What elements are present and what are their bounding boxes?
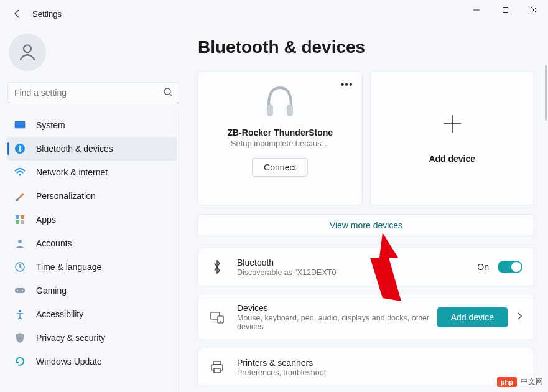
sidebar-item-label: Privacy & security	[36, 333, 105, 343]
sidebar-item-system[interactable]: System	[7, 113, 177, 137]
devices-title: Devices	[237, 303, 437, 313]
shield-icon	[14, 332, 26, 344]
add-device-card[interactable]: Add device	[370, 71, 535, 205]
sidebar-item-personalization[interactable]: Personalization	[7, 184, 177, 208]
accessibility-icon	[14, 308, 26, 320]
sidebar-item-label: Accounts	[36, 238, 72, 248]
sidebar-item-gaming[interactable]: Gaming	[7, 279, 177, 302]
svg-rect-16	[15, 288, 25, 293]
svg-point-8	[19, 174, 21, 175]
svg-rect-10	[16, 215, 19, 219]
watermark: php 中文网	[497, 376, 543, 387]
svg-point-14	[18, 240, 22, 243]
bluetooth-subtitle: Discoverable as "X12DEXT0"	[237, 268, 477, 277]
svg-point-26	[220, 321, 221, 322]
device-subtitle: Setup incomplete becaus…	[231, 139, 330, 148]
close-button[interactable]	[519, 0, 548, 20]
sidebar-item-label: Windows Update	[36, 357, 102, 366]
sidebar-item-privacy-security[interactable]: Privacy & security	[7, 326, 177, 350]
add-device-label: Add device	[429, 154, 475, 164]
svg-rect-1	[503, 7, 508, 12]
toggle-state-label: On	[477, 262, 489, 272]
sidebar-item-windows-update[interactable]: Windows Update	[7, 350, 177, 373]
watermark-badge: php	[497, 377, 517, 387]
watermark-text: 中文网	[521, 376, 543, 387]
printer-icon	[210, 361, 225, 373]
nav: System Bluetooth & devices Network & int…	[7, 113, 179, 392]
svg-point-19	[19, 310, 21, 312]
maximize-button[interactable]	[491, 0, 519, 20]
svg-rect-27	[213, 362, 221, 365]
view-more-devices[interactable]: View more devices	[198, 214, 534, 236]
svg-rect-12	[16, 220, 19, 224]
bluetooth-icon	[14, 142, 26, 155]
devices-subtitle: Mouse, keyboard, pen, audio, displays an…	[237, 314, 437, 331]
search-input[interactable]	[7, 82, 179, 103]
sidebar: System Bluetooth & devices Network & int…	[0, 27, 187, 392]
bluetooth-row[interactable]: Bluetooth Discoverable as "X12DEXT0" On	[198, 248, 534, 286]
device-name: ZB-Rocker ThunderStone	[227, 128, 333, 138]
system-icon	[14, 119, 26, 131]
plus-icon	[441, 113, 463, 135]
search-box[interactable]	[7, 82, 179, 103]
svg-point-3	[164, 88, 170, 95]
printers-title: Printers & scanners	[237, 358, 522, 368]
clock-globe-icon	[14, 261, 26, 273]
sidebar-item-label: Apps	[36, 215, 56, 225]
connect-button[interactable]: Connect	[252, 158, 308, 177]
bluetooth-title: Bluetooth	[237, 258, 477, 268]
sidebar-item-label: Network & internet	[36, 167, 108, 177]
more-icon[interactable]: •••	[341, 79, 353, 90]
svg-point-17	[17, 290, 18, 291]
back-button[interactable]	[7, 4, 27, 24]
svg-point-2	[24, 45, 31, 52]
device-card[interactable]: ••• ZB-Rocker ThunderStone Setup incompl…	[198, 71, 363, 205]
view-more-label: View more devices	[330, 220, 402, 230]
update-icon	[14, 355, 26, 368]
svg-rect-13	[21, 220, 24, 224]
search-icon	[163, 87, 173, 100]
sidebar-item-accessibility[interactable]: Accessibility	[7, 302, 177, 326]
svg-rect-20	[267, 104, 273, 116]
printers-subtitle: Preferences, troubleshoot	[237, 368, 522, 377]
svg-point-18	[22, 290, 23, 291]
svg-rect-5	[15, 121, 25, 128]
wifi-icon	[14, 166, 26, 179]
minimize-button[interactable]	[462, 0, 491, 20]
sidebar-item-label: Time & language	[36, 262, 101, 272]
sidebar-item-label: System	[36, 120, 65, 130]
devices-row[interactable]: Devices Mouse, keyboard, pen, audio, dis…	[198, 294, 534, 340]
window-title: Settings	[32, 9, 62, 19]
bluetooth-icon	[210, 260, 225, 274]
scrollbar[interactable]	[545, 65, 547, 121]
printers-row[interactable]: Printers & scanners Preferences, trouble…	[198, 348, 534, 386]
headphones-icon	[261, 80, 299, 124]
window-controls	[462, 0, 548, 20]
chevron-right-icon	[516, 312, 522, 323]
svg-line-4	[170, 94, 172, 96]
add-device-button[interactable]: Add device	[437, 307, 508, 327]
main-pane: Bluetooth & devices ••• ZB-Rocker Thunde…	[187, 27, 548, 392]
apps-icon	[14, 213, 26, 226]
sidebar-item-label: Gaming	[36, 286, 67, 296]
svg-rect-9	[16, 199, 18, 201]
svg-rect-21	[287, 104, 293, 116]
nav-divider	[179, 113, 179, 392]
svg-rect-29	[214, 368, 220, 373]
sidebar-item-apps[interactable]: Apps	[7, 208, 177, 231]
sidebar-item-label: Bluetooth & devices	[36, 144, 113, 154]
brush-icon	[14, 190, 26, 202]
sidebar-item-label: Personalization	[36, 191, 96, 201]
bluetooth-toggle[interactable]	[498, 261, 522, 273]
sidebar-item-time-language[interactable]: Time & language	[7, 255, 177, 279]
devices-icon	[210, 311, 225, 324]
sidebar-item-accounts[interactable]: Accounts	[7, 231, 177, 255]
sidebar-item-label: Accessibility	[36, 309, 83, 319]
accounts-icon	[14, 237, 26, 250]
sidebar-item-network[interactable]: Network & internet	[7, 161, 177, 184]
svg-rect-11	[21, 215, 24, 219]
page-title: Bluetooth & devices	[198, 37, 534, 57]
gaming-icon	[14, 284, 26, 297]
sidebar-item-bluetooth-devices[interactable]: Bluetooth & devices	[7, 137, 177, 161]
avatar[interactable]	[9, 34, 46, 71]
